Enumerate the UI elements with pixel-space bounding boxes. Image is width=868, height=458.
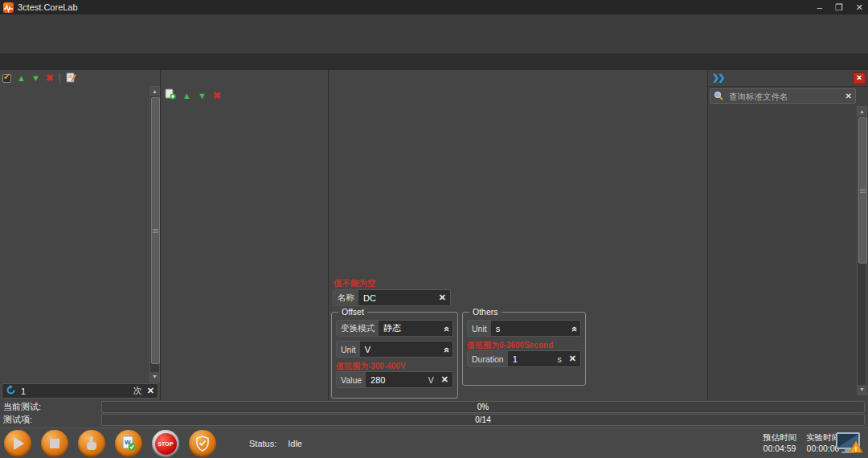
offset-range-hint: 值范围为-300-400V bbox=[336, 361, 406, 372]
close-panel-button[interactable]: ✕ bbox=[853, 72, 866, 84]
repeat-count-row: 1 次 ✕ bbox=[2, 383, 158, 399]
move-down-icon[interactable]: ▼ bbox=[31, 74, 40, 83]
segment-delete-icon[interactable]: ✖ bbox=[213, 92, 221, 100]
clear-search-icon[interactable]: ✕ bbox=[845, 92, 852, 100]
svg-text:!: ! bbox=[855, 445, 858, 453]
repeat-unit-label: 次 bbox=[133, 385, 142, 397]
restore-button[interactable]: ❐ bbox=[835, 0, 843, 14]
document-tab-bar bbox=[0, 54, 868, 70]
signal-list-panel: ▲ ▼ ✖ ▲ ▼ 1 次 ✕ bbox=[0, 70, 161, 400]
status-label: Status: bbox=[249, 439, 276, 448]
app-logo-icon bbox=[3, 2, 14, 13]
scroll-up-icon[interactable]: ▲ bbox=[858, 107, 866, 117]
estimated-time-value: 00:04:59 bbox=[759, 443, 800, 454]
offset-value-field[interactable]: Value 280 V ✕ bbox=[336, 371, 453, 388]
move-up-icon[interactable]: ▲ bbox=[17, 74, 26, 83]
refresh-icon[interactable] bbox=[6, 384, 16, 399]
clear-duration-icon[interactable]: ✕ bbox=[565, 354, 580, 364]
duration-range-hint: 值范围为0-3600Second bbox=[467, 340, 553, 351]
collapse-chevron-icon[interactable]: « bbox=[569, 323, 580, 334]
menu-bar bbox=[0, 14, 868, 32]
edit-list-icon[interactable] bbox=[66, 72, 76, 86]
signal-list bbox=[2, 86, 149, 384]
word-report-icon: W bbox=[121, 436, 137, 452]
segment-down-icon[interactable]: ▼ bbox=[198, 92, 207, 100]
device-warning-icon[interactable]: ! bbox=[834, 431, 863, 458]
parameter-panel: 值不能为空 名称 DC ✕ Offset 变换模式 静态 « Unit V « … bbox=[329, 70, 708, 400]
current-test-progress-row: 当前测试: 0% bbox=[0, 401, 868, 413]
test-items-label: 测试项: bbox=[0, 414, 101, 426]
collapse-chevron-icon[interactable]: « bbox=[441, 344, 452, 355]
repeat-clear-icon[interactable]: ✕ bbox=[147, 386, 154, 396]
segment-properties: 值不能为空 名称 DC ✕ Offset 变换模式 静态 « Unit V « … bbox=[329, 277, 706, 400]
offset-group: Offset 变换模式 静态 « Unit V « 值范围为-300-400V … bbox=[331, 312, 458, 399]
delete-item-icon[interactable]: ✖ bbox=[46, 74, 54, 83]
clear-name-icon[interactable]: ✕ bbox=[435, 292, 450, 303]
scroll-up-icon[interactable]: ▲ bbox=[150, 87, 159, 96]
scroll-down-icon[interactable]: ▼ bbox=[150, 372, 159, 382]
segments-panel: ▲ ▼ ✖ bbox=[162, 70, 329, 400]
clear-value-icon[interactable]: ✕ bbox=[437, 374, 452, 385]
search-icon bbox=[714, 89, 723, 104]
window-title: 3ctest.CoreLab bbox=[18, 2, 78, 12]
status-value: Idle bbox=[288, 439, 302, 448]
standards-search-box[interactable]: ✕ bbox=[710, 88, 856, 104]
parameter-plot[interactable] bbox=[330, 87, 706, 276]
scroll-down-icon[interactable]: ▼ bbox=[858, 385, 866, 395]
transform-mode-select[interactable]: 变换模式 静态 « bbox=[336, 320, 453, 337]
estimated-time-label: 预估时间 bbox=[759, 431, 800, 443]
standards-tree bbox=[710, 106, 856, 399]
title-bar: 3ctest.CoreLab – ❐ ✕ bbox=[0, 0, 868, 14]
shield-check-icon bbox=[195, 436, 210, 452]
stop-button[interactable] bbox=[41, 430, 68, 457]
collapse-chevron-icon[interactable]: « bbox=[441, 323, 452, 334]
duration-field[interactable]: Duration 1 s ✕ bbox=[467, 350, 581, 367]
segment-up-icon[interactable]: ▲ bbox=[182, 92, 191, 100]
minimize-button[interactable]: – bbox=[817, 0, 822, 14]
validation-error-text: 值不能为空 bbox=[334, 278, 376, 289]
report-button[interactable]: W bbox=[115, 430, 142, 457]
status-bar: W STOP Status:Idle 预估时间 00:04:59 实验时间 00… bbox=[0, 427, 868, 458]
segment-name-field[interactable]: 名称 DC ✕ bbox=[333, 289, 451, 306]
check-all-checkbox[interactable] bbox=[2, 74, 11, 83]
others-group: Others Unit s « 值范围为0-3600Second Duratio… bbox=[462, 312, 586, 386]
emergency-stop-button[interactable]: STOP bbox=[152, 430, 179, 457]
repeat-count-value[interactable]: 1 bbox=[21, 386, 129, 396]
hand-icon bbox=[84, 436, 99, 452]
others-unit-select[interactable]: Unit s « bbox=[467, 320, 581, 337]
current-test-progressbar: 0% bbox=[101, 401, 865, 413]
offset-unit-select[interactable]: Unit V « bbox=[336, 341, 453, 358]
main-area: ▲ ▼ ✖ ▲ ▼ 1 次 ✕ ▲ bbox=[0, 70, 868, 400]
test-items-progressbar: 0/14 bbox=[101, 414, 865, 426]
tree-scrollbar[interactable]: ▲ ▼ bbox=[857, 106, 867, 395]
manual-trigger-button[interactable] bbox=[78, 430, 105, 457]
standards-panel: ❯❯ ✕ ✕ ▲ ▼ bbox=[708, 70, 868, 400]
add-segment-icon[interactable] bbox=[165, 88, 176, 103]
main-toolbar bbox=[0, 32, 868, 54]
signal-list-scrollbar[interactable]: ▲ ▼ bbox=[149, 86, 160, 382]
pin-panel-icon[interactable]: ❯❯ bbox=[712, 72, 723, 83]
close-button[interactable]: ✕ bbox=[856, 0, 863, 14]
test-items-progress-row: 测试项: 0/14 bbox=[0, 414, 868, 426]
current-test-label: 当前测试: bbox=[0, 401, 101, 413]
selfcheck-button[interactable] bbox=[189, 430, 216, 457]
run-button[interactable] bbox=[4, 430, 31, 457]
search-input[interactable] bbox=[727, 91, 841, 102]
